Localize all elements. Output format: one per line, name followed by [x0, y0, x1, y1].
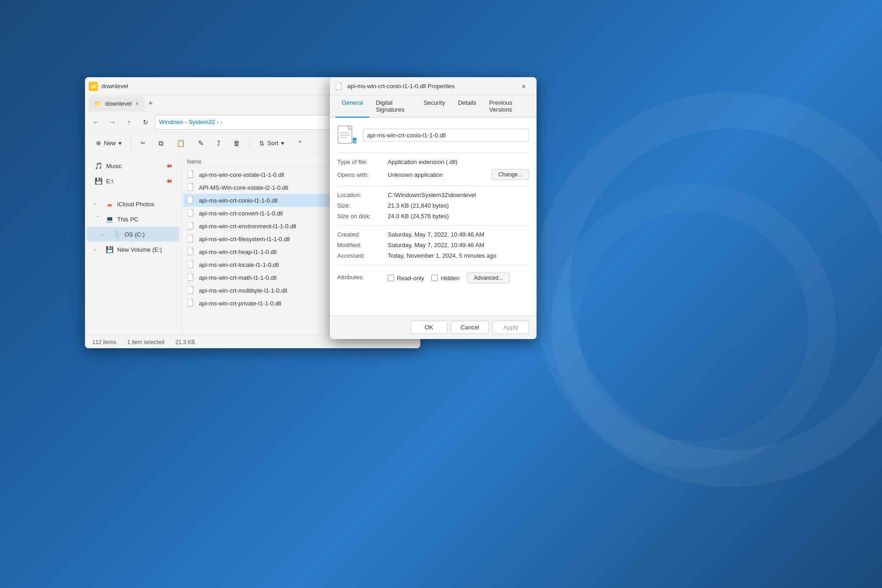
explorer-title: downlevel — [102, 83, 351, 90]
new-button[interactable]: ⊕ New ▾ — [90, 137, 127, 149]
copy-button[interactable]: ⧉ — [153, 136, 169, 150]
back-button[interactable]: ← — [89, 115, 103, 130]
prop-accessed: Accessed: Today, November 1, 2024, 5 min… — [337, 252, 529, 259]
cancel-button[interactable]: Cancel — [451, 321, 489, 334]
prop-size: Size: 21.3 KB (21,840 bytes) — [337, 202, 529, 209]
breadcrumb-windows[interactable]: Windows — [159, 119, 183, 125]
sidebar-item-osc[interactable]: › 💿 OS (C:) — [87, 227, 179, 242]
size-on-disk-label: Size on disk: — [337, 213, 388, 220]
file-name-10: api-ms-win-crt-private-l1-1-0.dll — [199, 300, 281, 307]
tab-digital-signatures[interactable]: Digital Signatures — [369, 96, 417, 118]
prop-type: Type of file: Application extension (.dl… — [337, 158, 529, 165]
type-label: Type of file: — [337, 158, 388, 165]
prop-created: Created: Saturday, May 7, 2022, 10:49:46… — [337, 231, 529, 238]
prop-modified: Modified: Saturday, May 7, 2022, 10:49:4… — [337, 242, 529, 249]
sidebar-item-thispc[interactable]: › 💻 This PC — [87, 212, 179, 226]
change-button[interactable]: Change... — [492, 169, 529, 180]
file-name-input[interactable] — [363, 129, 529, 141]
dialog-tabs: General Digital Signatures Security Deta… — [330, 96, 537, 118]
refresh-button[interactable]: ↻ — [138, 115, 153, 130]
expand-icon: ⌃ — [297, 140, 303, 147]
sidebar-item-icloud[interactable]: › ☁ iCloud Photos — [87, 197, 179, 211]
expand-button[interactable]: ⌃ — [292, 137, 308, 150]
tab-details[interactable]: Details — [452, 96, 483, 118]
breadcrumb-system32[interactable]: System32 — [188, 119, 215, 125]
tab-security[interactable]: Security — [417, 96, 452, 118]
sidebar-osc-label: OS (C:) — [124, 231, 145, 238]
file-icon-5 — [187, 235, 195, 243]
file-icon-7 — [187, 260, 195, 269]
file-icon-3 — [187, 209, 195, 217]
file-name-2: api-ms-win-crt-conio-l1-1-0.dll — [199, 197, 277, 204]
breadcrumb-sep-2: › — [217, 119, 219, 125]
sidebar-thispc-label: This PC — [117, 216, 138, 223]
status-selected: 1 item selected — [127, 339, 164, 345]
delete-button[interactable]: 🗑 — [228, 136, 246, 150]
dialog-close-button[interactable]: × — [516, 80, 531, 93]
cut-button[interactable]: ✂ — [135, 137, 151, 149]
opens-value: Unknown application — [388, 171, 488, 178]
tab-label: downlevel — [105, 100, 132, 107]
created-label: Created: — [337, 231, 388, 238]
sidebar-item-music[interactable]: 🎵 Music 📌 — [87, 158, 179, 173]
prop-attributes: Attributes: Read-only Hidden Advanced... — [337, 271, 529, 283]
breadcrumb-more[interactable]: › — [220, 119, 222, 125]
paste-icon: 📋 — [176, 139, 185, 147]
up-button[interactable]: ↑ — [122, 115, 136, 130]
size-value: 21.3 KB (21,840 bytes) — [388, 202, 529, 209]
music-icon: 🎵 — [94, 162, 102, 170]
thispc-icon: 💻 — [105, 215, 113, 223]
dialog-footer: OK Cancel Apply — [330, 315, 537, 339]
sidebar-music-label: Music — [106, 163, 122, 170]
file-name-8: api-ms-win-crt-math-l1-1-0.dll — [199, 274, 277, 281]
expand-newvol-icon: › — [94, 247, 102, 252]
sort-button[interactable]: ⇅ Sort ▾ — [254, 137, 290, 150]
readonly-checkbox[interactable] — [388, 275, 394, 281]
rename-button[interactable]: ✎ — [192, 136, 209, 150]
status-size: 21.3 KB — [175, 339, 195, 345]
file-icon-4 — [187, 222, 195, 230]
file-name-6: api-ms-win-crt-heap-l1-1-0.dll — [199, 249, 277, 255]
share-button[interactable]: ⤴ — [211, 136, 226, 150]
forward-button[interactable]: → — [105, 115, 120, 130]
accessed-value: Today, November 1, 2024, 5 minutes ago — [388, 252, 529, 259]
svg-text:D: D — [354, 139, 356, 143]
ok-button[interactable]: OK — [411, 321, 447, 334]
new-dropdown-icon: ▾ — [119, 140, 122, 147]
readonly-checkbox-label[interactable]: Read-only — [388, 275, 424, 282]
svg-rect-27 — [340, 135, 350, 136]
sidebar-item-edrive[interactable]: 💾 E:\ 📌 — [87, 174, 179, 188]
accessed-label: Accessed: — [337, 252, 388, 259]
icloud-icon: ☁ — [105, 200, 113, 208]
new-icon: ⊕ — [96, 140, 101, 147]
paste-button[interactable]: 📋 — [171, 136, 191, 150]
sort-label: Sort — [267, 140, 278, 147]
toolbar-separator-1 — [131, 138, 131, 149]
sort-dropdown-icon: ▾ — [281, 140, 284, 147]
opens-label: Opens with: — [337, 171, 388, 178]
type-value: Application extension (.dll) — [388, 158, 529, 165]
expand-thispc-icon: › — [96, 215, 101, 223]
size-label: Size: — [337, 202, 388, 209]
advanced-button[interactable]: Advanced... — [467, 272, 509, 283]
new-tab-button[interactable]: + — [144, 97, 157, 110]
hidden-checkbox-label[interactable]: Hidden — [431, 275, 459, 282]
osc-icon: 💿 — [113, 230, 121, 238]
prop-location: Location: C:\Windows\System32\downlevel — [337, 192, 529, 198]
file-name-3: api-ms-win-crt-convert-l1-1-0.dll — [199, 210, 283, 217]
tab-close-icon[interactable]: × — [136, 101, 139, 107]
tab-general[interactable]: General — [335, 96, 369, 118]
divider-1 — [337, 153, 529, 153]
tab-previous-versions[interactable]: Previous Versions — [483, 96, 531, 118]
sidebar-item-newvolume[interactable]: › 💾 New Volume (E:) — [87, 242, 179, 257]
hidden-label: Hidden — [441, 275, 459, 282]
copy-icon: ⧉ — [158, 139, 164, 147]
sidebar-edrive-label: E:\ — [106, 178, 113, 185]
toolbar-separator-2 — [249, 138, 250, 149]
tab-downlevel[interactable]: 📁 downlevel × — [89, 96, 144, 111]
size-on-disk-value: 24.0 KB (24,576 bytes) — [388, 213, 529, 220]
file-icon-9 — [187, 286, 195, 294]
modified-label: Modified: — [337, 242, 388, 249]
hidden-checkbox[interactable] — [431, 275, 438, 281]
apply-button[interactable]: Apply — [492, 321, 529, 334]
